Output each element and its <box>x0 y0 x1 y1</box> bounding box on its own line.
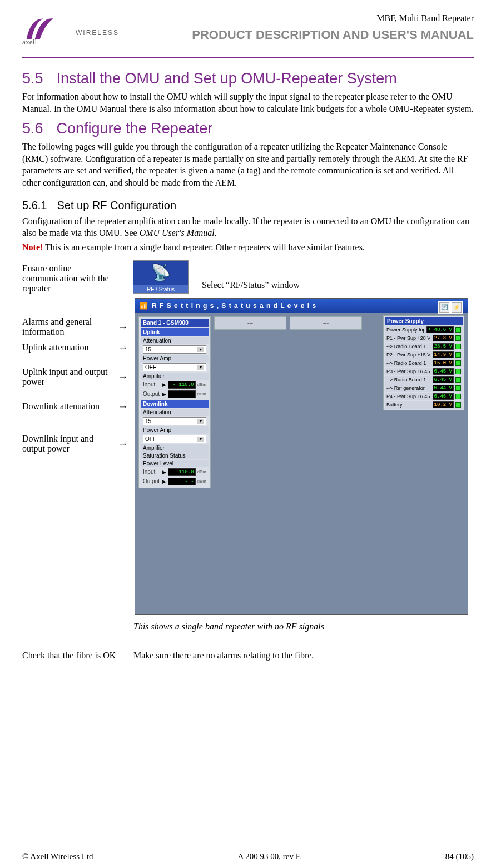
callout-column: Alarms and general information→ Uplink a… <box>22 298 128 454</box>
uplink-pa-label: Power Amp <box>143 355 171 361</box>
downlink-atten-dropdown[interactable]: 15▾ <box>141 416 209 426</box>
arrow-icon: ▶ <box>162 469 166 475</box>
brand-logo: axell WIRELESS <box>22 13 119 49</box>
psu-row: Battery10.2 V <box>385 401 463 409</box>
downlink-header: Downlink <box>141 400 209 408</box>
psu-header: Power Supply <box>385 317 463 325</box>
status-led-icon <box>455 385 461 391</box>
status-led-icon <box>455 369 461 374</box>
uplink-output-value: - - <box>168 390 196 398</box>
section-title: Configure the Repeater <box>57 120 213 137</box>
band2-panel-empty: --- <box>214 316 286 330</box>
psu-row: P2 - Pwr Sup +15 V14.9 V <box>385 351 463 359</box>
uplink-atten-dropdown[interactable]: 15▾ <box>141 345 209 354</box>
status-led-icon <box>455 335 461 341</box>
downlink-sat-label: Saturation Status <box>143 453 186 459</box>
chevron-down-icon[interactable]: ▾ <box>197 365 204 370</box>
subsection-title: Set up RF Configuration <box>57 199 176 212</box>
psu-row: P4 - Pwr Sup +6.45 V6.46 V <box>385 393 463 400</box>
window-title: 📶 R F S e t t i n g s , S t a t u s a n … <box>135 299 468 313</box>
section-5-5-heading: 5.5 Install the OMU and Set up OMU-Repea… <box>22 70 474 87</box>
downlink-atten-label: Attenuation <box>143 409 171 415</box>
status-led-icon <box>455 377 461 383</box>
downlink-input-value: - 110.0 <box>168 468 196 476</box>
downlink-output-row: Output ▶ - - dBm <box>141 477 209 486</box>
doc-title: MBF, Multi Band Repeater <box>192 13 474 23</box>
downlink-amp-label: Amplifier <box>143 445 165 451</box>
status-led-icon <box>455 360 461 366</box>
chevron-down-icon[interactable]: ▾ <box>197 419 204 424</box>
note-line: Note! This is an example from a single b… <box>22 242 474 252</box>
psu-row: --> Radio Board 16.45 V <box>385 376 463 384</box>
arrow-icon: ▶ <box>162 479 166 484</box>
toolbar-icons: 🔄 ⚡ <box>438 301 463 314</box>
callout-downlink-power: Downlink input and output power <box>22 434 115 454</box>
step-label: Ensure online communication with the rep… <box>22 264 120 294</box>
subsection-5-6-1-heading: 5.6.1 Set up RF Configuration <box>22 199 474 212</box>
rf-status-label: RF / Status <box>147 286 175 293</box>
section-number: 5.5 <box>22 70 43 87</box>
refresh-icon[interactable]: 🔄 <box>439 302 449 313</box>
uplink-pa-dropdown[interactable]: OFF▾ <box>141 363 209 372</box>
window-title-icon: 📶 <box>140 302 148 310</box>
arrow-icon: ▶ <box>162 391 166 397</box>
header-rule <box>22 57 474 58</box>
section-title: Install the OMU and Set up OMU-Repeater … <box>57 70 397 87</box>
status-led-icon <box>455 344 461 349</box>
callout-downlink-atten: Downlink attenuation <box>22 401 115 411</box>
select-rf-status-text: Select “RF/Status” window <box>202 280 300 294</box>
callout-uplink-atten: Uplink attenuation <box>22 343 115 353</box>
arrow-icon: → <box>118 372 128 382</box>
status-led-icon <box>455 352 461 358</box>
rf-status-button[interactable]: 📡 RF / Status <box>133 260 189 294</box>
downlink-plvl-label: Power Level <box>143 460 173 467</box>
footer-page-number: 84 (105) <box>445 852 474 861</box>
downlink-pa-dropdown[interactable]: OFF▾ <box>141 434 209 444</box>
uplink-output-row: Output ▶ - - dBm <box>141 390 209 399</box>
callout-alarms: Alarms and general information <box>22 317 115 337</box>
section-5-6-body: The following pages will guide you throu… <box>22 141 474 189</box>
psu-row: P1 - Pwr Sup +28 V27.8 V <box>385 334 463 342</box>
band-header: Band 1 - GSM900 <box>141 319 209 327</box>
axell-logo-icon: axell <box>22 13 72 49</box>
psu-row: --> Ref generator6.44 V <box>385 384 463 392</box>
chevron-down-icon[interactable]: ▾ <box>197 437 204 442</box>
uplink-atten-label: Attenuation <box>143 338 171 344</box>
psu-row: P3 - Pwr Sup +6.45 V6.45 V <box>385 368 463 375</box>
callout-uplink-power: Uplink input and output power <box>22 367 115 387</box>
psu-row: Power Supply Input+ 48.6 V <box>385 326 463 334</box>
psu-row: --> Radio Board 115.0 V <box>385 359 463 367</box>
footer-doc-number: A 200 93 00, rev E <box>238 852 301 861</box>
arrow-icon: → <box>118 343 128 353</box>
uplink-input-value: - 110.0 <box>168 381 196 389</box>
step-label: Check that the fibre is OK <box>22 651 117 661</box>
arrow-icon: → <box>118 322 128 332</box>
band3-panel-empty: --- <box>290 316 362 330</box>
status-led-icon <box>455 394 461 399</box>
antenna-icon: 📡 <box>151 263 171 281</box>
subsection-number: 5.6.1 <box>22 199 47 212</box>
brand-text-bottom: WIRELESS <box>76 29 119 37</box>
uplink-input-row: Input ▶ - 110.0 dBm <box>141 380 209 389</box>
doc-subtitle: PRODUCT DESCRIPTION AND USER'S MANUAL <box>192 28 474 42</box>
downlink-output-value: - - <box>168 478 196 485</box>
voltage-icon[interactable]: ⚡ <box>452 302 462 313</box>
step-check-fibre: Check that the fibre is OK Make sure the… <box>22 651 474 661</box>
footer-copyright: © Axell Wireless Ltd <box>22 852 93 861</box>
power-supply-panel: Power Supply Power Supply Input+ 48.6 V … <box>383 315 464 410</box>
rmc-screenshot: 📶 R F S e t t i n g s , S t a t u s a n … <box>135 298 468 615</box>
page-footer: © Axell Wireless Ltd A 200 93 00, rev E … <box>22 852 474 861</box>
uplink-header: Uplink <box>141 328 209 336</box>
uplink-amp-label: Amplifier <box>143 373 165 379</box>
status-led-icon <box>455 402 461 408</box>
section-number: 5.6 <box>22 120 43 137</box>
document-header: axell WIRELESS MBF, Multi Band Repeater … <box>22 13 474 53</box>
downlink-input-row: Input ▶ - 110.0 dBm <box>141 468 209 477</box>
arrow-icon: → <box>118 401 128 411</box>
section-5-6-heading: 5.6 Configure the Repeater <box>22 120 474 137</box>
brand-text-top: axell <box>22 38 37 46</box>
screenshot-caption: This shows a single band repeater with n… <box>133 622 474 632</box>
chevron-down-icon[interactable]: ▾ <box>197 347 204 352</box>
step-instruction: Make sure there are no alarms relating t… <box>133 651 314 661</box>
section-5-5-body: For information about how to install the… <box>22 91 474 115</box>
